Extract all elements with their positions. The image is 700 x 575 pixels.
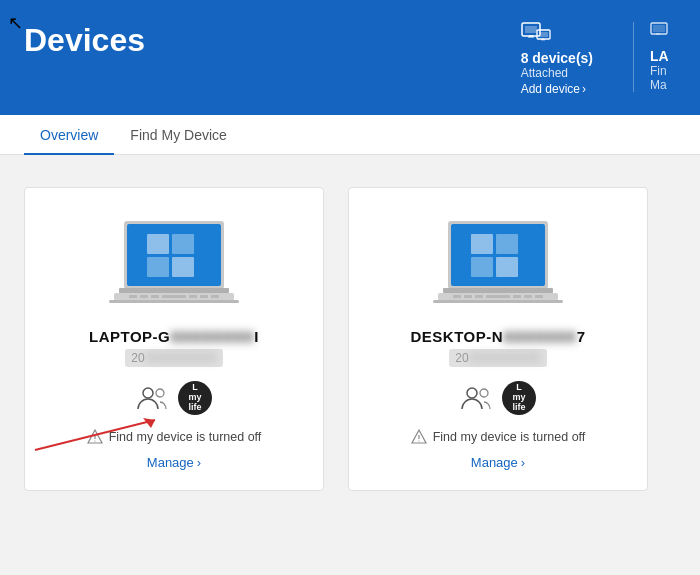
laptop-icon-2	[433, 216, 563, 310]
page-title: Devices	[24, 22, 145, 59]
svg-rect-19	[109, 300, 239, 303]
device-2-manage-link[interactable]: Manage ›	[471, 455, 525, 470]
device-2-users: Lmylife	[460, 381, 536, 415]
svg-rect-25	[200, 295, 208, 298]
svg-rect-24	[189, 295, 197, 298]
laptop-icon-1	[109, 216, 239, 310]
header-left: Devices	[24, 18, 145, 59]
partial-sub2: Ma	[650, 78, 667, 92]
device-1-users: Lmylife	[136, 381, 212, 415]
avatar-1: Lmylife	[178, 381, 212, 415]
users-icon-2	[460, 385, 494, 411]
warning-icon-1	[87, 429, 103, 445]
svg-rect-16	[172, 257, 194, 277]
svg-rect-41	[433, 300, 563, 303]
svg-point-52	[418, 440, 419, 441]
partial-sub1: Fin	[650, 64, 667, 78]
svg-point-28	[156, 389, 164, 397]
svg-rect-38	[496, 257, 518, 277]
svg-rect-17	[119, 288, 229, 293]
svg-rect-48	[535, 295, 543, 298]
device-2-id: 20XXXXXXXXX	[449, 349, 546, 367]
svg-rect-36	[496, 234, 518, 254]
partial-device-icon	[650, 22, 676, 44]
warning-icon-2	[411, 429, 427, 445]
devices-icon	[521, 22, 551, 46]
device-1-warning: Find my device is turned off	[87, 429, 262, 445]
device-1-id: 20XXXXXXXXX	[125, 349, 222, 367]
svg-rect-21	[140, 295, 148, 298]
svg-rect-9	[653, 25, 665, 32]
header-right: 8 device(s) Attached Add device › LA Fin…	[521, 18, 676, 96]
svg-rect-22	[151, 295, 159, 298]
svg-marker-32	[143, 418, 155, 428]
svg-rect-13	[147, 234, 169, 254]
partial-label: LA	[650, 48, 669, 64]
add-device-link[interactable]: Add device ›	[521, 82, 586, 96]
devices-widget: 8 device(s) Attached Add device ›	[521, 22, 593, 96]
svg-rect-14	[172, 234, 194, 254]
svg-point-30	[94, 440, 95, 441]
device-card-2: DESKTOP-NXXXXXXX7 20XXXXXXXXX Lmylife Fi…	[348, 187, 648, 491]
svg-rect-5	[539, 32, 548, 37]
avatar-text-2: Lmylife	[512, 383, 525, 413]
svg-rect-7	[541, 39, 545, 41]
attached-label: Attached	[521, 66, 568, 80]
content-area: LAPTOP-GXXXXXXXXI 20XXXXXXXXX Lmylife	[0, 155, 700, 523]
users-icon-1	[136, 385, 170, 411]
device-1-manage-link[interactable]: Manage ›	[147, 455, 201, 470]
svg-rect-43	[464, 295, 472, 298]
avatar-2: Lmylife	[502, 381, 536, 415]
device-card-1: LAPTOP-GXXXXXXXXI 20XXXXXXXXX Lmylife	[24, 187, 324, 491]
svg-rect-23	[162, 295, 186, 298]
svg-rect-46	[513, 295, 521, 298]
svg-rect-37	[471, 257, 493, 277]
svg-point-50	[480, 389, 488, 397]
device-2-name: DESKTOP-NXXXXXXX7	[411, 328, 586, 345]
svg-rect-26	[211, 295, 219, 298]
header: Devices 8 device(s) Attached Add device …	[0, 0, 700, 115]
device-1-name: LAPTOP-GXXXXXXXXI	[89, 328, 259, 345]
svg-rect-39	[443, 288, 553, 293]
svg-point-49	[467, 388, 477, 398]
svg-rect-42	[453, 295, 461, 298]
tab-find-my-device[interactable]: Find My Device	[114, 115, 242, 155]
device-count: 8 device(s)	[521, 50, 593, 66]
svg-rect-35	[471, 234, 493, 254]
avatar-text-1: Lmylife	[188, 383, 201, 413]
device-2-warning: Find my device is turned off	[411, 429, 586, 445]
svg-rect-44	[475, 295, 483, 298]
partial-widget: LA Fin Ma	[633, 22, 676, 92]
svg-rect-20	[129, 295, 137, 298]
svg-point-27	[143, 388, 153, 398]
svg-rect-3	[528, 36, 534, 38]
svg-rect-47	[524, 295, 532, 298]
svg-rect-15	[147, 257, 169, 277]
svg-rect-45	[486, 295, 510, 298]
svg-rect-1	[525, 26, 537, 33]
tab-overview[interactable]: Overview	[24, 115, 114, 155]
tabs-bar: Overview Find My Device	[0, 115, 700, 155]
